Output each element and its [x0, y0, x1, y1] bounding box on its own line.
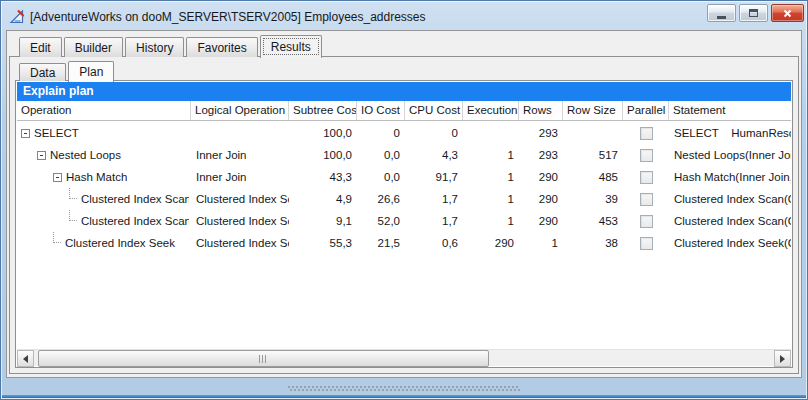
horizontal-scrollbar[interactable]	[17, 349, 791, 366]
client-area: Edit Builder History Favorites Results D…	[6, 30, 802, 378]
cell-rows: 293	[519, 122, 563, 144]
cell-subtree: 100,0	[289, 122, 357, 144]
table-row[interactable]: Clustered Index SeekClustered Index See5…	[17, 232, 791, 254]
column-header-subtree[interactable]: Subtree Cost	[289, 101, 357, 120]
cell-logical: Inner Join	[191, 144, 289, 166]
tree-indent	[19, 243, 53, 244]
cell-parallel	[623, 144, 669, 166]
cell-operation: Clustered Index Seek	[17, 232, 191, 254]
table-row[interactable]: Nested LoopsInner Join100,00,04,31293517…	[17, 144, 791, 166]
cell-statement: Clustered Index Seek(O	[669, 232, 791, 254]
scroll-right-icon	[780, 355, 785, 363]
cell-rows: 290	[519, 210, 563, 232]
cell-cpu: 1,7	[405, 210, 463, 232]
cell-cpu: 0,6	[405, 232, 463, 254]
column-header-logical[interactable]: Logical Operation	[191, 101, 289, 120]
tab-edit[interactable]: Edit	[19, 37, 62, 57]
scrollbar-grip-icon	[259, 355, 268, 363]
tab-history[interactable]: History	[125, 37, 184, 57]
results-page: Data Plan Explain plan OperationLogical …	[9, 56, 799, 374]
tab-builder[interactable]: Builder	[64, 37, 123, 57]
cell-subtree: 4,9	[289, 188, 357, 210]
tab-results[interactable]: Results	[260, 35, 322, 58]
result-tab-bar: Data Plan	[19, 60, 116, 81]
cell-cpu: 1,7	[405, 188, 463, 210]
tree-connector-icon	[53, 232, 61, 243]
window-title: [AdventureWorks on dooM_SERVER\TSERV2005…	[30, 10, 426, 24]
column-header-rows[interactable]: Rows	[519, 101, 563, 120]
scroll-left-button[interactable]	[17, 350, 34, 367]
column-header-statement[interactable]: Statement	[669, 101, 791, 120]
parallel-checkbox[interactable]	[640, 193, 653, 206]
minimize-button[interactable]	[707, 4, 736, 22]
parallel-checkbox[interactable]	[640, 149, 653, 162]
cell-io: 0	[357, 122, 405, 144]
column-header-operation[interactable]: Operation	[17, 101, 191, 120]
tree-indent	[19, 221, 69, 222]
column-header-row_size[interactable]: Row Size	[563, 101, 623, 120]
cell-operation: Clustered Index Scan	[17, 210, 191, 232]
tab-data-label: Data	[30, 66, 55, 80]
collapse-node-icon[interactable]	[53, 173, 62, 182]
parallel-checkbox[interactable]	[640, 215, 653, 228]
column-header-io[interactable]: IO Cost	[357, 101, 405, 120]
tab-results-label: Results	[271, 40, 311, 54]
cell-rows: 290	[519, 188, 563, 210]
table-row[interactable]: Clustered Index ScanClustered Index Sca4…	[17, 188, 791, 210]
cell-cpu: 91,7	[405, 166, 463, 188]
cell-parallel	[623, 188, 669, 210]
cell-cpu: 0	[405, 122, 463, 144]
window-size-grip[interactable]	[288, 386, 520, 391]
cell-row_size: 38	[563, 232, 623, 254]
tab-edit-label: Edit	[30, 41, 51, 55]
cell-parallel	[623, 122, 669, 144]
cell-io: 0,0	[357, 144, 405, 166]
scroll-right-button[interactable]	[774, 350, 791, 367]
tree-connector-icon	[69, 210, 77, 221]
cell-logical	[191, 122, 289, 144]
cell-parallel	[623, 210, 669, 232]
cell-io: 52,0	[357, 210, 405, 232]
titlebar[interactable]: [AdventureWorks on dooM_SERVER\TSERV2005…	[6, 4, 802, 29]
cell-operation: Nested Loops	[17, 144, 191, 166]
cell-subtree: 100,0	[289, 144, 357, 166]
tree-indent	[19, 199, 69, 200]
window-controls	[707, 4, 804, 22]
column-header-executions[interactable]: Executions	[463, 101, 519, 120]
tab-builder-label: Builder	[75, 41, 112, 55]
cell-executions: 290	[463, 232, 519, 254]
table-row[interactable]: Hash MatchInner Join43,30,091,71290485Ha…	[17, 166, 791, 188]
cell-executions	[463, 122, 519, 144]
maximize-icon	[749, 9, 758, 17]
minimize-icon	[717, 16, 726, 19]
tab-plan[interactable]: Plan	[68, 61, 114, 82]
column-header-cpu[interactable]: CPU Cost	[405, 101, 463, 120]
cell-rows: 293	[519, 144, 563, 166]
column-header-parallel[interactable]: Parallel	[623, 101, 669, 120]
tab-data[interactable]: Data	[19, 63, 66, 81]
cell-operation: Hash Match	[17, 166, 191, 188]
window-bottom-edge	[2, 395, 806, 398]
cell-row_size: 453	[563, 210, 623, 232]
table-row[interactable]: Clustered Index ScanClustered Index Sca9…	[17, 210, 791, 232]
cell-statement: Nested Loops(Inner Joi	[669, 144, 791, 166]
tab-favorites[interactable]: Favorites	[186, 37, 257, 57]
maximize-button[interactable]	[739, 4, 768, 22]
cell-row_size	[563, 122, 623, 144]
parallel-checkbox[interactable]	[640, 237, 653, 250]
tree-connector-icon	[69, 188, 77, 199]
grid-header: OperationLogical OperationSubtree CostIO…	[17, 101, 791, 121]
tree-indent	[19, 155, 37, 156]
query-builder-icon[interactable]	[9, 9, 25, 25]
scrollbar-thumb[interactable]	[38, 350, 489, 367]
cell-parallel	[623, 166, 669, 188]
close-button[interactable]	[771, 4, 804, 22]
table-row[interactable]: SELECT100,000293SELECT HumanResou	[17, 122, 791, 144]
cell-operation: SELECT	[17, 122, 191, 144]
tree-indent	[19, 177, 53, 178]
parallel-checkbox[interactable]	[640, 127, 653, 140]
collapse-node-icon[interactable]	[21, 129, 30, 138]
cell-executions: 1	[463, 144, 519, 166]
collapse-node-icon[interactable]	[37, 151, 46, 160]
parallel-checkbox[interactable]	[640, 171, 653, 184]
